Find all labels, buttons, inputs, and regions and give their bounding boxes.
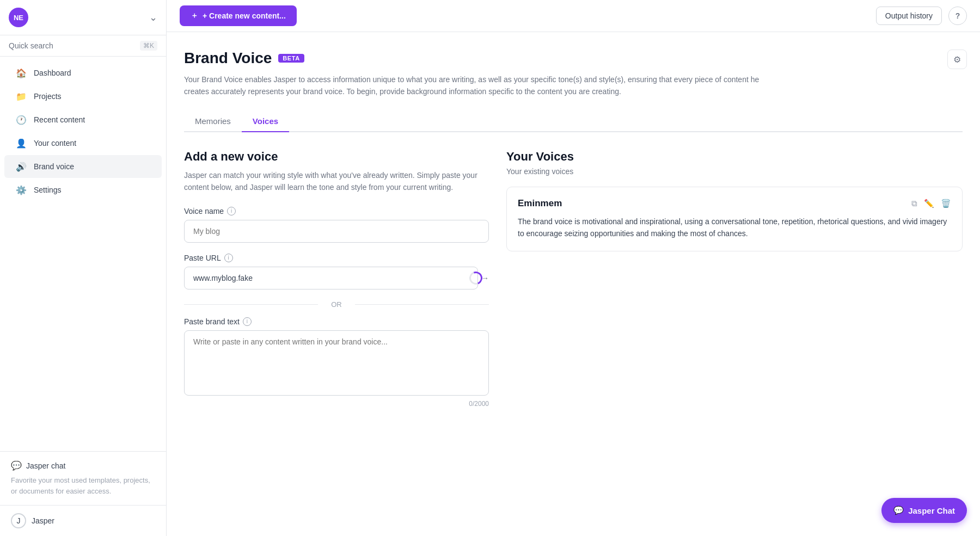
chevron-down-icon[interactable]: ⌄	[149, 11, 157, 23]
jasper-chat-fab-button[interactable]: 💬 Jasper Chat	[881, 498, 967, 523]
url-input-wrapper: →	[184, 267, 489, 289]
paste-url-info-icon[interactable]: i	[224, 254, 233, 262]
edit-icon: ✏️	[924, 199, 934, 208]
brand-text-textarea[interactable]	[184, 330, 489, 396]
tab-memories[interactable]: Memories	[184, 111, 242, 132]
sidebar-item-label: Your content	[34, 139, 76, 147]
topbar-right: Output history ?	[876, 7, 967, 25]
voice-name-label: Voice name i	[184, 207, 489, 215]
your-voices-description: Your existing voices	[506, 167, 963, 176]
sidebar-item-label: Projects	[34, 92, 62, 101]
gear-icon: ⚙	[953, 54, 961, 65]
voice-edit-button[interactable]: ✏️	[924, 199, 934, 208]
chat-fab-icon: 💬	[893, 506, 904, 515]
voice-card-header: Eminmem ⧉ ✏️ 🗑️	[518, 198, 951, 209]
sidebar-item-recent-content[interactable]: 🕐 Recent content	[4, 108, 162, 131]
voice-delete-button[interactable]: 🗑️	[941, 199, 951, 208]
your-content-icon: 👤	[15, 137, 27, 149]
voice-actions: ⧉ ✏️ 🗑️	[911, 199, 951, 208]
projects-icon: 📁	[15, 90, 27, 102]
paste-url-input[interactable]	[184, 267, 478, 289]
avatar[interactable]: NE	[9, 8, 28, 27]
paste-brand-info-icon[interactable]: i	[243, 317, 252, 326]
main-content: ＋ + Create new content... Output history…	[167, 0, 980, 536]
recent-content-icon: 🕐	[15, 114, 27, 126]
or-divider: OR	[184, 300, 489, 309]
sidebar-item-projects[interactable]: 📁 Projects	[4, 85, 162, 108]
sidebar-item-dashboard[interactable]: 🏠 Dashboard	[4, 61, 162, 84]
sidebar-item-label: Recent content	[34, 115, 85, 124]
jasper-logo-icon: J	[11, 513, 26, 528]
sidebar-item-settings[interactable]: ⚙️ Settings	[4, 178, 162, 201]
search-shortcut: ⌘K	[140, 41, 157, 51]
sidebar-bottom: J Jasper	[0, 505, 166, 536]
sidebar-item-label: Brand voice	[34, 162, 74, 171]
create-new-content-button[interactable]: ＋ + Create new content...	[180, 5, 297, 26]
two-column-layout: Add a new voice Jasper can match your wr…	[184, 150, 963, 418]
chat-bubble-icon: 💬	[11, 460, 22, 471]
settings-icon: ⚙️	[15, 184, 27, 196]
sidebar-nav: 🏠 Dashboard 📁 Projects 🕐 Recent content …	[0, 57, 166, 451]
quick-search-bar[interactable]: Quick search ⌘K	[0, 35, 166, 57]
voice-copy-button[interactable]: ⧉	[911, 199, 917, 208]
copy-icon: ⧉	[911, 199, 917, 208]
tab-voices[interactable]: Voices	[242, 111, 289, 132]
voice-name-group: Voice name i	[184, 207, 489, 243]
paste-brand-label: Paste brand text i	[184, 317, 489, 326]
brand-voice-icon: 🔊	[15, 161, 27, 172]
dashboard-icon: 🏠	[15, 67, 27, 79]
page-content: ⚙ Brand Voice BETA Your Brand Voice enab…	[167, 32, 980, 536]
jasper-chat-section: 💬 Jasper chat Favorite your most used te…	[0, 451, 166, 505]
beta-badge: BETA	[278, 54, 304, 63]
help-button[interactable]: ?	[948, 7, 967, 25]
voice-description: The brand voice is motivational and insp…	[518, 215, 951, 240]
chat-fab-label: Jasper Chat	[908, 506, 955, 515]
add-voice-title: Add a new voice	[184, 150, 489, 164]
char-count: 0/2000	[184, 400, 489, 408]
your-voices-panel: Your Voices Your existing voices Eminmem…	[506, 150, 963, 251]
voice-card: Eminmem ⧉ ✏️ 🗑️	[506, 187, 963, 251]
textarea-wrapper	[184, 330, 489, 398]
search-label: Quick search	[9, 41, 53, 50]
add-voice-panel: Add a new voice Jasper can match your wr…	[184, 150, 489, 418]
tabs: Memories Voices	[184, 111, 963, 132]
topbar: ＋ + Create new content... Output history…	[167, 0, 980, 32]
paste-brand-text-group: Paste brand text i 0/2000	[184, 317, 489, 408]
your-voices-title: Your Voices	[506, 150, 963, 164]
sidebar: NE ⌄ Quick search ⌘K 🏠 Dashboard 📁 Proje…	[0, 0, 167, 536]
sidebar-item-brand-voice[interactable]: 🔊 Brand voice	[4, 155, 162, 178]
jasper-bottom-label: Jasper	[32, 516, 54, 525]
page-title-row: Brand Voice BETA	[184, 50, 963, 67]
page-settings-button[interactable]: ⚙	[947, 50, 967, 69]
voice-name-info-icon[interactable]: i	[227, 207, 236, 215]
page-description: Your Brand Voice enables Jasper to acces…	[184, 73, 783, 98]
add-voice-description: Jasper can match your writing style with…	[184, 169, 489, 194]
page-title: Brand Voice	[184, 50, 272, 67]
sidebar-item-your-content[interactable]: 👤 Your content	[4, 132, 162, 155]
plus-icon: ＋	[191, 11, 198, 21]
paste-url-group: Paste URL i →	[184, 254, 489, 289]
jasper-chat-label: 💬 Jasper chat	[11, 460, 155, 471]
output-history-button[interactable]: Output history	[876, 7, 942, 25]
sidebar-header: NE ⌄	[0, 0, 166, 35]
trash-icon: 🗑️	[941, 199, 951, 208]
sidebar-item-label: Settings	[34, 186, 62, 194]
voice-name-input[interactable]	[184, 220, 489, 243]
jasper-chat-desc: Favorite your most used templates, proje…	[11, 475, 155, 496]
sidebar-item-label: Dashboard	[34, 69, 71, 77]
voice-name: Eminmem	[518, 198, 562, 209]
paste-url-label: Paste URL i	[184, 254, 489, 262]
